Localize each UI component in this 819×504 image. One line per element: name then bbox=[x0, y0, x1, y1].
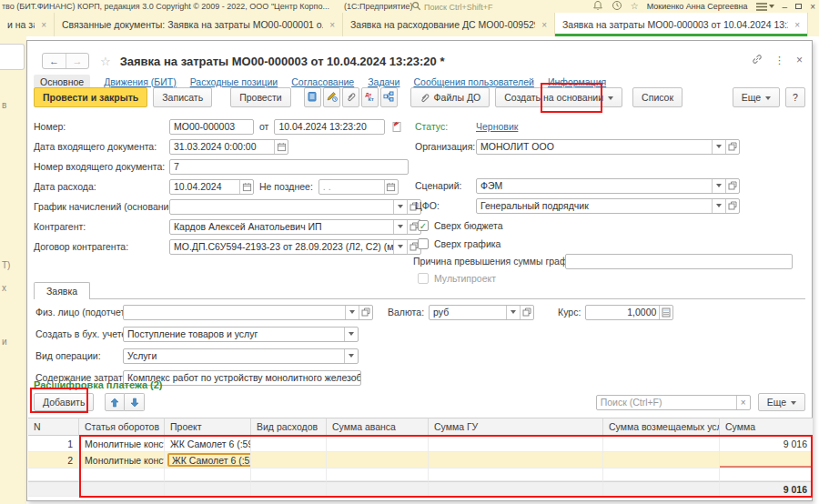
get-link-icon[interactable] bbox=[752, 52, 763, 68]
contractor-input[interactable]: Кардов Алексей Анатольевич ИП bbox=[169, 219, 421, 235]
dropdown-icon[interactable] bbox=[506, 306, 520, 319]
global-search[interactable]: Поиск Ctrl+Shift+F bbox=[411, 1, 492, 13]
checkbox-over-budget[interactable]: ✓ Сверх бюджета bbox=[418, 217, 503, 234]
post-button[interactable]: Провести bbox=[230, 87, 290, 107]
main-menu-icon[interactable] bbox=[756, 3, 774, 11]
move-down-button[interactable] bbox=[125, 393, 145, 411]
contract-input[interactable]: МО.ДП.С6У594-2193-23 от 28.09.2023 (Л2, … bbox=[169, 239, 421, 255]
field-cfo: ЦФО: Генеральный подрядчик bbox=[415, 197, 740, 214]
calendar-icon[interactable] bbox=[274, 140, 288, 154]
document-structure-button[interactable] bbox=[380, 87, 398, 107]
excess-reason-input[interactable] bbox=[565, 254, 793, 269]
calendar-icon[interactable] bbox=[239, 180, 253, 194]
show-register-report-button[interactable] bbox=[304, 87, 321, 107]
create-based-on-button[interactable]: Создать на основании bbox=[495, 87, 622, 107]
table-row-selected[interactable]: 2 Монолитные констр... ЖК Самолет 6 (:59… bbox=[28, 452, 813, 469]
back-button[interactable]: ← bbox=[43, 54, 66, 68]
rate-input[interactable]: 1,0000 bbox=[585, 305, 673, 320]
incoming-date-input[interactable]: 31.03.2024 0:00:00 bbox=[169, 139, 288, 155]
number-input[interactable]: МО00-000003 bbox=[169, 119, 254, 135]
attachments-button[interactable] bbox=[342, 87, 359, 107]
table-row[interactable]: 1 Монолитные констр... ЖК Самолет 6 (:59… bbox=[28, 436, 813, 452]
favorites-star-icon[interactable]: ☆ bbox=[631, 2, 639, 11]
forward-button[interactable]: → bbox=[66, 54, 88, 68]
organization-input[interactable]: МОНОЛИТ ООО bbox=[476, 139, 740, 155]
open-icon[interactable] bbox=[520, 306, 533, 319]
open-icon[interactable] bbox=[359, 306, 372, 319]
tab-zayavki-na-zatraty[interactable]: и на затраты × bbox=[0, 13, 55, 36]
open-icon[interactable] bbox=[725, 199, 739, 213]
dropdown-icon[interactable] bbox=[393, 200, 407, 214]
person-input[interactable] bbox=[123, 305, 373, 320]
tab-close-icon[interactable]: × bbox=[541, 20, 547, 30]
accrual-schedule-input[interactable] bbox=[169, 199, 421, 215]
tab-request[interactable]: Заявка bbox=[34, 282, 90, 299]
calculator-icon[interactable] bbox=[659, 306, 672, 319]
calendar-icon[interactable] bbox=[384, 180, 398, 194]
group-divider bbox=[34, 298, 805, 299]
help-button[interactable]: ? bbox=[785, 87, 805, 107]
list-button[interactable]: Список bbox=[632, 87, 682, 107]
window-close-button[interactable]: × bbox=[810, 2, 815, 12]
dropdown-icon[interactable] bbox=[712, 179, 725, 193]
checkbox-over-schedule[interactable]: Сверх графика bbox=[418, 236, 500, 252]
dropdown-icon[interactable] bbox=[393, 240, 407, 254]
accounting-doc-input[interactable]: Поступление товаров и услуг bbox=[123, 327, 359, 342]
open-icon[interactable] bbox=[725, 179, 739, 193]
number-date-input[interactable]: 10.04.2024 13:23:20 bbox=[274, 119, 385, 135]
nav-tasks[interactable]: Задачи bbox=[368, 76, 399, 87]
nav-information[interactable]: Информация bbox=[548, 76, 606, 87]
scenario-input[interactable]: ФЭМ bbox=[476, 178, 740, 194]
pen-clock-icon bbox=[326, 91, 338, 104]
nav-user-messages[interactable]: Сообщения пользователей bbox=[413, 76, 533, 87]
notifications-bell-icon[interactable] bbox=[592, 0, 603, 13]
expense-date-input[interactable]: 10.04.2024 bbox=[169, 179, 254, 195]
form-close-icon[interactable]: × bbox=[796, 54, 803, 66]
favorite-star-icon[interactable]: ☆ bbox=[100, 55, 111, 68]
dropdown-icon[interactable] bbox=[393, 220, 407, 234]
tab-close-icon[interactable]: × bbox=[329, 20, 335, 30]
tab-expense-request[interactable]: Заявка на расходование ДС МО00-009529 от… bbox=[343, 13, 555, 36]
nav-approval[interactable]: Согласование bbox=[291, 76, 354, 87]
tab-close-icon[interactable]: × bbox=[41, 20, 46, 30]
dropdown-icon[interactable] bbox=[712, 199, 725, 213]
operation-type-input[interactable]: Услуги bbox=[123, 348, 359, 364]
dropdown-icon[interactable] bbox=[345, 306, 359, 319]
payment-section-title[interactable]: Расшифровка платежа (2) bbox=[34, 379, 163, 390]
post-and-close-button[interactable]: Провести и закрыть bbox=[34, 87, 147, 107]
table-empty-row[interactable] bbox=[28, 469, 813, 481]
open-icon[interactable] bbox=[725, 140, 739, 154]
more-menu-icon[interactable]: ⋮ bbox=[774, 55, 784, 66]
not-later-date-input[interactable]: . . bbox=[318, 179, 399, 195]
incoming-number-input[interactable]: 7 bbox=[169, 159, 409, 175]
table-more-button[interactable]: Еще bbox=[758, 393, 805, 411]
history-clock-icon[interactable] bbox=[612, 0, 622, 13]
maximize-button[interactable] bbox=[795, 4, 802, 9]
focused-cell[interactable]: ЖК Самолет 6 (:594... bbox=[165, 452, 251, 469]
cfo-input[interactable]: Генеральный подрядчик bbox=[476, 198, 740, 214]
tab-cost-request-active[interactable]: Заявка на затраты МО00-000003 от 10.04.2… bbox=[555, 13, 808, 36]
move-up-button[interactable] bbox=[105, 393, 125, 411]
deferred-posting-button[interactable] bbox=[323, 87, 340, 107]
dropdown-icon[interactable] bbox=[344, 349, 358, 363]
nav-movements[interactable]: Движения (БИТ) bbox=[104, 76, 177, 87]
clear-search-icon[interactable]: × bbox=[736, 396, 750, 409]
dropdown-icon[interactable] bbox=[712, 140, 725, 154]
dropdown-icon[interactable] bbox=[344, 328, 358, 341]
tab-close-icon[interactable]: × bbox=[794, 20, 800, 30]
accounting-entries-button[interactable]: ДтКт bbox=[361, 87, 379, 107]
do-files-button[interactable]: Файлы ДО bbox=[410, 87, 490, 107]
status-link[interactable]: Черновик bbox=[476, 121, 518, 132]
more-button[interactable]: Еще bbox=[733, 87, 780, 107]
nav-expense-positions[interactable]: Расходные позиции bbox=[190, 76, 278, 87]
add-row-button[interactable]: Добавить bbox=[34, 393, 94, 411]
currency-input[interactable]: руб bbox=[429, 305, 534, 320]
checkbox-multiproject[interactable]: Мультипроект bbox=[418, 270, 496, 287]
user-name[interactable]: Мокиенко Анна Сергеевна bbox=[647, 2, 748, 11]
minimize-button[interactable]: – bbox=[783, 2, 788, 12]
clipped-text-fragment: в bbox=[2, 100, 6, 110]
write-button[interactable]: Записать bbox=[153, 87, 212, 107]
toolbar: Провести и закрыть Записать Провести ДтК… bbox=[34, 86, 805, 108]
table-search-input[interactable]: Поиск (Ctrl+F) × bbox=[596, 395, 751, 410]
tab-related-documents[interactable]: Связанные документы: Заявка на затраты М… bbox=[55, 13, 343, 36]
